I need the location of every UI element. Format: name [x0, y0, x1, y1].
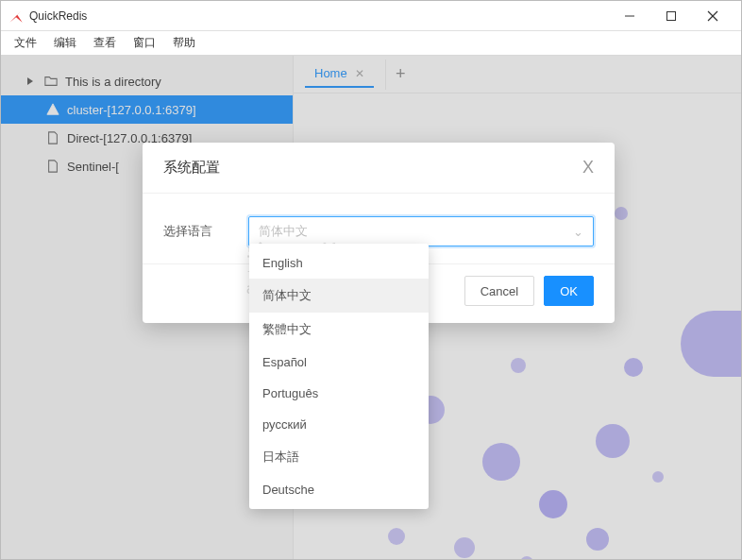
chevron-down-icon: ⌄: [573, 225, 583, 239]
cancel-button[interactable]: Cancel: [464, 276, 534, 306]
tree-item-cluster[interactable]: cluster-[127.0.0.1:6379]: [1, 95, 293, 124]
file-icon: [46, 160, 59, 173]
menu-edit[interactable]: 编辑: [46, 33, 84, 53]
language-select-value: 简体中文: [259, 223, 308, 240]
menubar: 文件 编辑 查看 窗口 帮助: [1, 31, 741, 56]
language-option[interactable]: 简体中文: [249, 279, 429, 313]
add-tab-button[interactable]: +: [385, 59, 415, 90]
tree-item-label: Sentinel-[: [67, 160, 119, 174]
window-controls: [609, 3, 734, 29]
modal-close-icon[interactable]: X: [582, 158, 594, 178]
tab-home[interactable]: Home ✕: [305, 60, 374, 88]
language-dropdown: English 简体中文 繁體中文 Español Português русс…: [249, 244, 429, 509]
modal-header: 系统配置 X: [143, 143, 615, 194]
language-select[interactable]: 简体中文 ⌄: [248, 216, 594, 246]
app-logo-icon: [8, 8, 24, 24]
language-select-box[interactable]: 简体中文 ⌄: [248, 216, 594, 246]
menu-help[interactable]: 帮助: [165, 33, 203, 53]
caret-right-icon: [24, 75, 37, 88]
language-option[interactable]: Deutsche: [249, 474, 429, 505]
file-icon: [46, 131, 59, 144]
folder-icon: [44, 75, 58, 88]
tree-item-label: cluster-[127.0.0.1:6379]: [67, 103, 196, 117]
language-option[interactable]: English: [249, 247, 429, 279]
tabbar: Home ✕ +: [294, 56, 741, 93]
menu-file[interactable]: 文件: [7, 33, 44, 53]
window-title: QuickRedis: [29, 9, 609, 23]
ok-button[interactable]: OK: [544, 276, 594, 306]
tab-label: Home: [314, 66, 347, 80]
tree-item-directory[interactable]: This is a directory: [1, 67, 293, 95]
menu-view[interactable]: 查看: [86, 33, 124, 53]
language-option[interactable]: 繁體中文: [249, 313, 429, 347]
tree-item-label: This is a directory: [65, 75, 161, 89]
maximize-button[interactable]: [650, 3, 692, 29]
close-button[interactable]: [692, 3, 734, 29]
language-option[interactable]: русский: [249, 409, 429, 440]
language-option[interactable]: Português: [249, 378, 429, 409]
menu-window[interactable]: 窗口: [126, 33, 163, 53]
window-titlebar: QuickRedis: [1, 1, 741, 31]
minimize-button[interactable]: [609, 3, 650, 29]
svg-rect-1: [667, 11, 676, 20]
tab-close-icon[interactable]: ✕: [355, 67, 364, 80]
modal-title: 系统配置: [163, 159, 220, 177]
warning-icon: [46, 103, 59, 116]
language-option[interactable]: 日本語: [249, 440, 429, 474]
language-field-label: 选择语言: [163, 223, 220, 240]
language-option[interactable]: Español: [249, 347, 429, 378]
